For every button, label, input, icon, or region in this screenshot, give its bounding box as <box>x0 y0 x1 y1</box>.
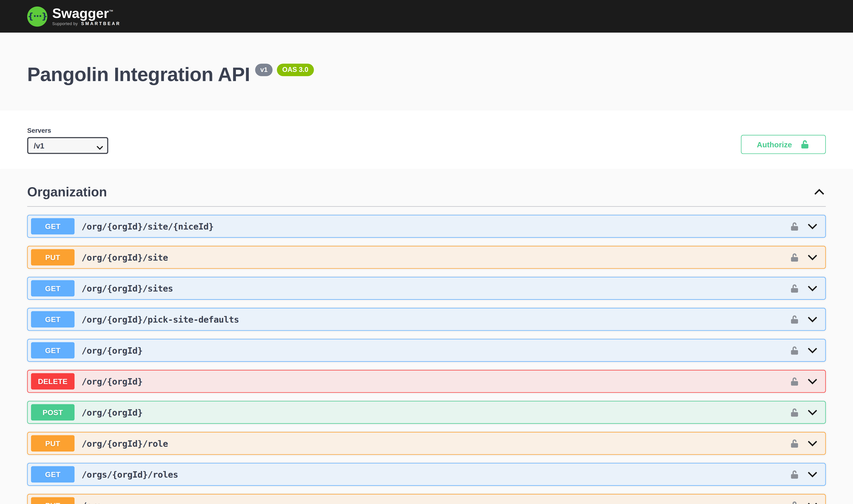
swagger-logo-link[interactable]: {···} Swagger™ Supported by SMARTBEAR <box>27 6 121 26</box>
chevron-up-icon[interactable] <box>813 187 826 198</box>
operation-path: /orgs/{orgId}/roles <box>81 469 178 480</box>
chevron-down-icon[interactable] <box>806 284 819 293</box>
servers-label: Servers <box>27 127 108 134</box>
unlock-icon[interactable] <box>788 437 801 450</box>
unlock-icon[interactable] <box>788 220 801 233</box>
version-badge: v1 <box>255 64 272 76</box>
method-badge: DELETE <box>31 373 74 390</box>
brand-name: Swagger™ <box>52 6 121 20</box>
unlock-icon[interactable] <box>788 375 801 388</box>
authorize-label: Authorize <box>757 140 792 149</box>
title-row: Pangolin Integration API v1 OAS 3.0 <box>27 62 826 86</box>
authorize-button[interactable]: Authorize <box>741 135 826 154</box>
operation-row[interactable]: PUT /org/{orgId}/site <box>27 246 826 269</box>
method-badge: GET <box>31 466 74 483</box>
operation-row[interactable]: PUT /org/{orgId}/role <box>27 432 826 455</box>
topbar: {···} Swagger™ Supported by SMARTBEAR <box>0 0 853 33</box>
chevron-down-icon[interactable] <box>806 408 819 417</box>
supported-by-line: Supported by SMARTBEAR <box>52 22 121 26</box>
unlock-icon[interactable] <box>788 499 801 504</box>
operation-path: /org <box>81 500 102 504</box>
unlock-icon <box>800 139 810 149</box>
operation-path: /org/{orgId}/site <box>81 252 168 263</box>
info-section: Pangolin Integration API v1 OAS 3.0 <box>0 33 853 110</box>
method-badge: POST <box>31 404 74 420</box>
chevron-down-icon[interactable] <box>806 346 819 355</box>
trademark-symbol: ™ <box>109 9 113 14</box>
operation-row[interactable]: DELETE /org/{orgId} <box>27 370 826 393</box>
title-badges: v1 OAS 3.0 <box>255 64 314 76</box>
logo-text-block: Swagger™ Supported by SMARTBEAR <box>52 6 121 26</box>
method-badge: PUT <box>31 435 74 452</box>
operation-row[interactable]: POST /org/{orgId} <box>27 401 826 424</box>
swagger-logo-icon: {···} <box>27 6 47 26</box>
operation-path: /org/{orgId} <box>81 376 143 386</box>
operation-row[interactable]: GET /org/{orgId} <box>27 339 826 362</box>
method-badge: GET <box>31 342 74 359</box>
unlock-icon[interactable] <box>788 313 801 326</box>
servers-select-wrap: /v1 <box>27 137 108 154</box>
operation-row[interactable]: PUT /org <box>27 494 826 504</box>
chevron-down-icon[interactable] <box>806 377 819 386</box>
unlock-icon[interactable] <box>788 251 801 264</box>
operation-path: /org/{orgId}/role <box>81 438 168 449</box>
section-header-organization[interactable]: Organization <box>27 185 826 207</box>
method-badge: PUT <box>31 497 74 504</box>
operation-path: /org/{orgId}/site/{niceId} <box>81 221 214 232</box>
method-badge: GET <box>31 311 74 328</box>
tag-section-organization: Organization GET /org/{orgId}/site/{nice… <box>0 169 853 504</box>
chevron-down-icon[interactable] <box>806 501 819 504</box>
operation-path: /org/{orgId}/pick-site-defaults <box>81 314 239 325</box>
method-badge: GET <box>31 280 74 296</box>
chevron-down-icon[interactable] <box>806 253 819 262</box>
operation-path: /org/{orgId} <box>81 345 143 356</box>
smartbear-wordmark: SMARTBEAR <box>81 21 121 26</box>
swagger-ui-page: {···} Swagger™ Supported by SMARTBEAR Pa… <box>0 0 853 504</box>
servers-select[interactable]: /v1 <box>27 137 108 154</box>
operations-list: GET /org/{orgId}/site/{niceId} PUT /org/… <box>27 215 826 504</box>
chevron-down-icon[interactable] <box>806 439 819 448</box>
chevron-down-icon[interactable] <box>806 315 819 324</box>
method-badge: PUT <box>31 249 74 266</box>
section-title: Organization <box>27 185 107 200</box>
servers-block: Servers /v1 <box>27 127 108 154</box>
unlock-icon[interactable] <box>788 344 801 357</box>
scheme-container: Servers /v1 Authorize <box>0 110 853 169</box>
chevron-down-icon[interactable] <box>806 222 819 231</box>
unlock-icon[interactable] <box>788 282 801 295</box>
unlock-icon[interactable] <box>788 468 801 481</box>
operation-path: /org/{orgId} <box>81 407 143 417</box>
chevron-down-icon[interactable] <box>806 470 819 479</box>
operation-path: /org/{orgId}/sites <box>81 283 173 293</box>
oas-badge: OAS 3.0 <box>277 64 314 76</box>
operation-row[interactable]: GET /org/{orgId}/sites <box>27 277 826 300</box>
supported-by-text: Supported by <box>52 21 78 26</box>
logo-braces-glyph: {···} <box>28 11 47 22</box>
operation-row[interactable]: GET /org/{orgId}/site/{niceId} <box>27 215 826 238</box>
page-title: Pangolin Integration API <box>27 62 250 86</box>
unlock-icon[interactable] <box>788 406 801 419</box>
method-badge: GET <box>31 218 74 235</box>
operation-row[interactable]: GET /org/{orgId}/pick-site-defaults <box>27 308 826 331</box>
operation-row[interactable]: GET /orgs/{orgId}/roles <box>27 463 826 486</box>
